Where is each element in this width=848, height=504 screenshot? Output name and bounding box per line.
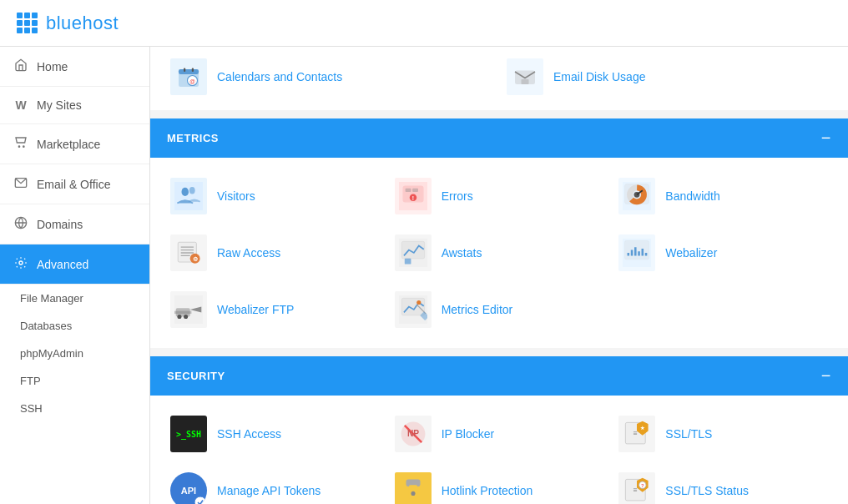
webalizer-icon: [618, 234, 655, 271]
ssl-tls-icon: ≡★: [618, 416, 655, 452]
icon-item-ssl-tls-status[interactable]: ≡? SSL/TLS Status: [615, 469, 831, 504]
icon-item-email-disk[interactable]: Email Disk Usage: [503, 55, 831, 98]
security-section: SECURITY − >_SSH SSH Access NP: [150, 356, 848, 504]
ssl-tls-label: SSL/TLS: [665, 427, 712, 441]
ssl-tls-status-label: SSL/TLS Status: [665, 484, 749, 497]
calendars-label: Calendars and Contacts: [217, 70, 342, 83]
sidebar-item-email-office-label: Email & Office: [37, 178, 110, 191]
awstats-icon: [395, 234, 432, 271]
security-title: SECURITY: [167, 370, 225, 382]
icon-item-visitors[interactable]: Visitors: [167, 174, 383, 218]
metrics-collapse[interactable]: −: [821, 129, 831, 148]
svg-rect-40: [625, 241, 649, 260]
raw-access-icon: ⚙: [170, 234, 207, 271]
raw-access-label: Raw Access: [217, 246, 280, 260]
metrics-grid: Visitors ! Errors Bandwidth: [167, 174, 831, 331]
svg-point-15: [189, 187, 195, 194]
sidebar-sub-phpmyadmin[interactable]: phpMyAdmin: [0, 340, 149, 367]
sidebar-sub-databases[interactable]: Databases: [0, 312, 149, 340]
svg-point-0: [18, 146, 19, 147]
sidebar-item-domains-label: Domains: [37, 218, 83, 231]
svg-rect-13: [174, 182, 203, 210]
ip-blocker-label: IP Blocker: [442, 427, 495, 441]
sidebar-item-email-office[interactable]: Email & Office: [0, 164, 149, 204]
top-partial: @ Calendars and Contacts Email Disk Usag…: [150, 47, 848, 110]
marketplace-icon: [13, 136, 28, 152]
sidebar-item-domains[interactable]: Domains: [0, 204, 149, 244]
wp-icon: W: [13, 98, 28, 112]
email-disk-icon: [507, 58, 543, 95]
svg-point-49: [177, 315, 181, 319]
webalizer-ftp-label: Webalizer FTP: [217, 303, 294, 316]
sidebar: Home W My Sites Marketplace Email & Offi…: [0, 47, 150, 504]
icon-item-calendars[interactable]: @ Calendars and Contacts: [167, 55, 495, 98]
sidebar-item-my-sites[interactable]: W My Sites: [0, 87, 149, 124]
sidebar-item-advanced[interactable]: Advanced: [0, 244, 149, 285]
svg-rect-9: [184, 68, 185, 73]
visitors-label: Visitors: [217, 189, 255, 203]
svg-rect-12: [522, 79, 529, 84]
icon-item-hotlink[interactable]: Hotlink Protection: [391, 469, 608, 504]
errors-label: Errors: [442, 189, 473, 203]
sidebar-sub-ftp[interactable]: FTP: [0, 367, 149, 395]
logo-grid: [17, 13, 38, 33]
webalizer-ftp-icon: [170, 291, 207, 328]
svg-point-4: [19, 261, 23, 265]
svg-text:?: ?: [641, 483, 644, 488]
domains-icon: [13, 216, 28, 232]
bandwidth-label: Bandwidth: [665, 189, 719, 203]
metrics-editor-label: Metrics Editor: [442, 303, 513, 316]
metrics-title: METRICS: [167, 132, 219, 144]
svg-point-1: [23, 146, 24, 147]
security-grid: >_SSH SSH Access NP IP Blocker: [167, 412, 831, 504]
ssl-tls-status-icon: ≡?: [618, 472, 655, 504]
svg-point-14: [182, 188, 189, 196]
svg-text:⚙: ⚙: [193, 256, 198, 262]
svg-point-50: [184, 315, 188, 319]
svg-rect-18: [405, 189, 411, 192]
sidebar-item-marketplace[interactable]: Marketplace: [0, 124, 149, 164]
sidebar-sub-file-manager[interactable]: File Manager: [0, 285, 149, 312]
svg-rect-38: [404, 259, 411, 265]
sidebar-item-home[interactable]: Home: [0, 47, 149, 87]
ip-blocker-icon: NP: [395, 416, 432, 452]
svg-rect-19: [412, 189, 418, 192]
email-disk-label: Email Disk Usage: [553, 70, 645, 83]
icon-item-bandwidth[interactable]: Bandwidth: [615, 174, 831, 218]
svg-point-68: [411, 491, 415, 496]
svg-rect-10: [192, 68, 194, 73]
advanced-icon: [13, 256, 28, 272]
svg-rect-37: [401, 241, 424, 258]
icon-item-raw-access[interactable]: ⚙ Raw Access: [167, 231, 383, 275]
visitors-icon: [170, 178, 207, 214]
icon-item-awstats[interactable]: Awstats: [391, 231, 608, 275]
content: @ Calendars and Contacts Email Disk Usag…: [150, 47, 848, 504]
icon-item-webalizer[interactable]: Webalizer: [615, 231, 831, 275]
webalizer-label: Webalizer: [665, 246, 717, 260]
icon-item-ip-blocker[interactable]: NP IP Blocker: [391, 412, 608, 456]
metrics-header: METRICS −: [150, 118, 848, 158]
bandwidth-icon: [618, 178, 655, 214]
icon-item-manage-api[interactable]: API Manage API Tokens: [167, 469, 383, 504]
hotlink-label: Hotlink Protection: [442, 484, 533, 497]
icon-item-webalizer-ftp[interactable]: Webalizer FTP: [167, 288, 383, 331]
icon-item-ssh-access[interactable]: >_SSH SSH Access: [167, 412, 383, 456]
email-icon: [13, 176, 28, 192]
svg-text:NP: NP: [407, 429, 419, 438]
sidebar-sub-ssh[interactable]: SSH: [0, 395, 149, 422]
svg-text:!: !: [412, 195, 414, 201]
sidebar-item-advanced-label: Advanced: [37, 258, 88, 271]
security-collapse[interactable]: −: [821, 366, 831, 386]
header: bluehost: [0, 0, 848, 47]
manage-api-label: Manage API Tokens: [217, 484, 321, 497]
svg-rect-54: [401, 298, 424, 315]
svg-rect-51: [174, 311, 191, 314]
icon-item-ssl-tls[interactable]: ≡★ SSL/TLS: [615, 412, 831, 456]
security-header: SECURITY −: [150, 356, 848, 396]
sidebar-item-marketplace-label: Marketplace: [37, 138, 100, 151]
icon-item-errors[interactable]: ! Errors: [391, 174, 608, 218]
icon-item-metrics-editor[interactable]: Metrics Editor: [391, 288, 608, 331]
awstats-label: Awstats: [442, 246, 482, 260]
metrics-section: METRICS − Visitors !: [150, 118, 848, 348]
calendars-icon: @: [170, 58, 207, 95]
